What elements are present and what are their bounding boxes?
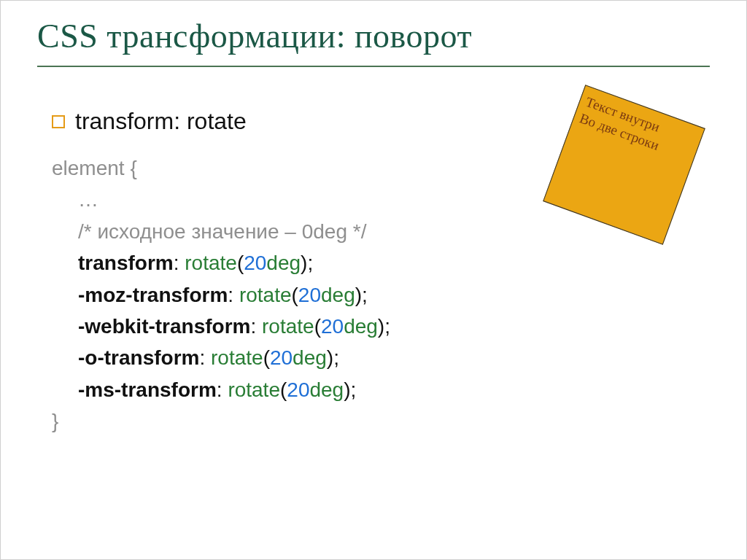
bullet-icon <box>52 115 65 128</box>
code-ellipsis: … <box>78 188 98 211</box>
css-function: rotate <box>185 252 237 274</box>
css-value-number: 20 <box>287 378 309 401</box>
code-line: -ms-transform: rotate(20deg); <box>52 374 746 405</box>
code-line: -o-transform: rotate(20deg); <box>52 342 746 373</box>
css-value-number: 20 <box>244 252 266 274</box>
css-value-unit: deg <box>309 378 344 401</box>
css-function: rotate <box>228 378 280 401</box>
css-property: -moz-transform <box>78 284 228 306</box>
css-value-unit: deg <box>266 252 301 274</box>
bullet-text: transform: rotate <box>75 108 247 135</box>
css-value-unit: deg <box>293 346 327 369</box>
css-value-number: 20 <box>321 315 344 338</box>
slide: CSS трансформации: поворот transform: ro… <box>0 0 747 560</box>
code-close-brace: } <box>52 410 58 432</box>
css-property: -o-transform <box>78 346 199 369</box>
css-function: rotate <box>211 346 263 369</box>
css-function: rotate <box>239 284 292 306</box>
code-line: transform: rotate(20deg); <box>52 247 746 279</box>
css-value-unit: deg <box>344 315 378 338</box>
code-comment: /* исходное значение – 0deg */ <box>78 220 366 243</box>
css-value-unit: deg <box>321 284 355 306</box>
css-property: -ms-transform <box>78 378 217 401</box>
css-value-number: 20 <box>298 284 321 306</box>
slide-title: CSS трансформации: поворот <box>37 17 710 55</box>
css-property: transform <box>78 252 174 274</box>
css-function: rotate <box>262 315 314 338</box>
css-property: -webkit-transform <box>78 315 250 338</box>
code-line: -moz-transform: rotate(20deg); <box>52 279 746 311</box>
code-selector: element { <box>52 157 137 179</box>
title-block: CSS трансформации: поворот <box>37 17 710 67</box>
code-line: -webkit-transform: rotate(20deg); <box>52 311 746 342</box>
css-value-number: 20 <box>270 346 293 369</box>
